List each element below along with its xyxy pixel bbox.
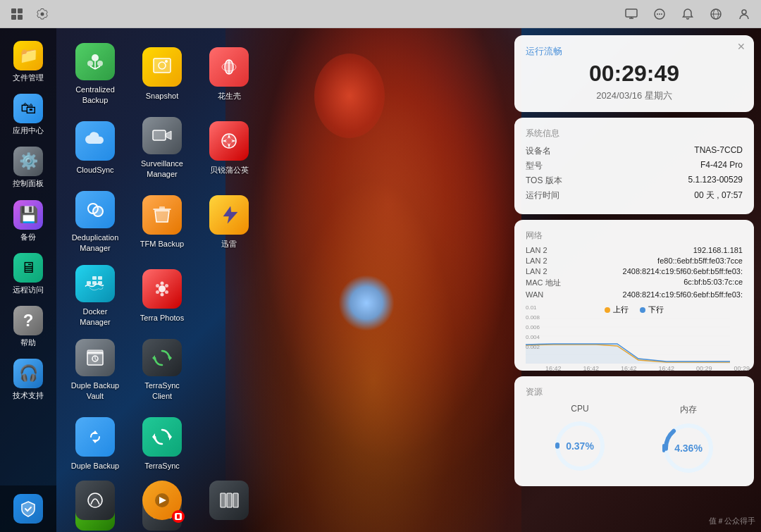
sysinfo-row-device: 设备名 TNAS-7CCD — [526, 145, 743, 157]
widget-close-running[interactable]: ✕ — [737, 41, 748, 52]
widget-network: 网络 LAN 2 192.168.1.181 LAN 2 fe80::6ebf:… — [514, 220, 754, 371]
svg-marker-66 — [526, 344, 730, 364]
svg-rect-21 — [154, 58, 171, 73]
app-label-deduplication: DeduplicationManager — [72, 233, 119, 253]
grid-icon[interactable] — [7, 4, 27, 24]
user-icon[interactable] — [734, 4, 754, 24]
sysinfo-key-device: 设备名 — [526, 145, 551, 157]
dock-label-remote: 远程访问 — [13, 285, 44, 295]
dock-icon-app-center: 🛍 — [13, 94, 43, 123]
dock-icon-help: ? — [13, 306, 43, 335]
svg-marker-51 — [92, 440, 98, 443]
dock-item-control-panel[interactable]: ⚙️ 控制面板 — [2, 141, 55, 194]
svg-marker-52 — [169, 433, 172, 440]
chart-x-labels: 16:42 16:42 16:42 16:42 00:29 00:29 — [545, 365, 750, 372]
app-label-xunlei: 迅雷 — [221, 239, 237, 249]
svg-line-20 — [95, 66, 100, 69]
dock-item-file-manager[interactable]: 📁 文件管理 — [2, 35, 55, 88]
svg-marker-49 — [152, 355, 155, 361]
app-terrasync-client[interactable]: TerraSyncClient — [130, 335, 194, 405]
svg-marker-53 — [152, 433, 155, 440]
net-row-0: LAN 2 192.168.1.181 — [526, 246, 743, 254]
app-surveillance[interactable]: SurveillanceManager — [130, 113, 194, 183]
app-label-docker-manager: DockerManager — [80, 307, 110, 327]
svg-rect-2 — [11, 15, 16, 20]
svg-point-41 — [165, 290, 168, 294]
chat-icon[interactable] — [650, 4, 669, 24]
sysinfo-val-device: TNAS-7CCD — [694, 145, 743, 157]
svg-point-39 — [161, 281, 164, 285]
sysinfo-row-tos: TOS 版本 5.1.123-00529 — [526, 175, 743, 187]
running-time: 00:29:49 — [526, 61, 743, 87]
app-bottom-3[interactable] — [197, 472, 261, 528]
app-duple-backup-vault[interactable]: Duple BackupVault — [63, 335, 127, 405]
net-key-0: LAN 2 — [526, 246, 547, 254]
svg-point-72 — [88, 493, 102, 507]
dock-item-backup[interactable]: 💾 备份 — [2, 194, 55, 247]
globe-icon[interactable] — [706, 4, 726, 24]
svg-point-17 — [97, 61, 103, 66]
app-docker-manager[interactable]: DockerManager — [63, 261, 127, 331]
dock-icon-backup: 💾 — [13, 200, 43, 230]
net-val-1: fe80::6ebf:b5ff:fe03:7cce — [657, 256, 743, 265]
mem-value: 4.36% — [660, 420, 717, 476]
dock-label-help: 帮助 — [20, 338, 36, 347]
svg-rect-0 — [11, 8, 16, 13]
watermark: 值＃公众得手 — [709, 516, 755, 526]
app-huashengke[interactable]: 花生壳 — [197, 39, 261, 109]
app-icon-bottom-1 — [75, 481, 115, 520]
app-label-terra-photos: Terra Photos — [140, 313, 184, 323]
app-beruipu[interactable]: 贝锐蒲公英 — [197, 113, 261, 183]
desktop: 📁 文件管理 🛍 应用中心 ⚙️ 控制面板 💾 备份 🖥 远程访问 ? 帮助 🎧… — [0, 28, 761, 532]
svg-point-43 — [156, 290, 159, 294]
net-val-2: 2408:8214:c19:5f60:6ebf:b5ff:fe03: — [623, 267, 743, 276]
dock-label-control-panel: 控制面板 — [13, 179, 44, 188]
dock-item-remote[interactable]: 🖥 远程访问 — [2, 247, 55, 300]
network-chart-svg — [526, 318, 730, 364]
svg-point-40 — [165, 284, 168, 287]
app-snapshot[interactable]: Snapshot — [130, 39, 194, 109]
dock-item-tech-support[interactable]: 🎧 技术支持 — [2, 353, 55, 406]
monitor-icon[interactable] — [621, 4, 641, 24]
net-key-2: LAN 2 — [526, 267, 547, 276]
app-xunlei[interactable]: 迅雷 — [197, 187, 261, 257]
sysinfo-val-model: F4-424 Pro — [700, 160, 743, 172]
svg-point-8 — [657, 13, 658, 15]
net-row-1: LAN 2 fe80::6ebf:b5ff:fe03:7cce — [526, 256, 743, 265]
app-tfm-backup[interactable]: TFM Backup — [130, 187, 194, 257]
svg-point-9 — [659, 13, 660, 15]
app-deduplication[interactable]: DeduplicationManager — [63, 187, 127, 257]
app-bottom-2[interactable] — [130, 472, 194, 528]
svg-point-24 — [165, 60, 168, 63]
cpu-gauge: 0.37% — [552, 418, 608, 474]
app-label-duple-backup-vault: Duple BackupVault — [71, 381, 120, 401]
app-terra-photos[interactable]: Terra Photos — [130, 261, 194, 331]
app-icon-beruipu — [209, 121, 249, 161]
taskbar-left — [7, 4, 52, 24]
dock-item-app-center[interactable]: 🛍 应用中心 — [2, 88, 55, 141]
mem-resource: 内存 4.36% — [660, 404, 717, 476]
app-icon-bottom-3 — [209, 481, 249, 520]
app-label-terrasync-client: TerraSyncClient — [144, 381, 180, 401]
app-bottom-1[interactable] — [63, 472, 127, 528]
bell-icon[interactable] — [678, 4, 698, 24]
svg-rect-36 — [92, 276, 97, 280]
svg-rect-37 — [98, 276, 102, 280]
app-label-tfm-backup: TFM Backup — [140, 239, 184, 249]
svg-marker-50 — [92, 431, 98, 434]
sysinfo-key-model: 型号 — [526, 160, 543, 172]
app-centralized-backup[interactable]: CentralizedBackup — [63, 39, 127, 109]
svg-point-44 — [156, 284, 159, 287]
net-key-1: LAN 2 — [526, 256, 547, 265]
dock-item-shield[interactable] — [2, 488, 55, 529]
app-icon-terra-photos — [142, 269, 182, 309]
widget-resource: 资源 CPU 0.37% 内存 — [514, 376, 754, 486]
dock-item-help[interactable]: ? 帮助 — [2, 300, 55, 353]
app-cloudsync[interactable]: CloudSync — [63, 113, 127, 183]
net-row-4: WAN 2408:8214:c19:5f60:6ebf:b5ff:fe03: — [526, 290, 743, 299]
app-label-centralized-backup: CentralizedBackup — [75, 85, 115, 105]
app-empty-1 — [197, 261, 261, 331]
settings-icon[interactable] — [32, 4, 52, 24]
net-key-3: MAC 地址 — [526, 278, 561, 288]
svg-rect-46 — [87, 350, 103, 354]
